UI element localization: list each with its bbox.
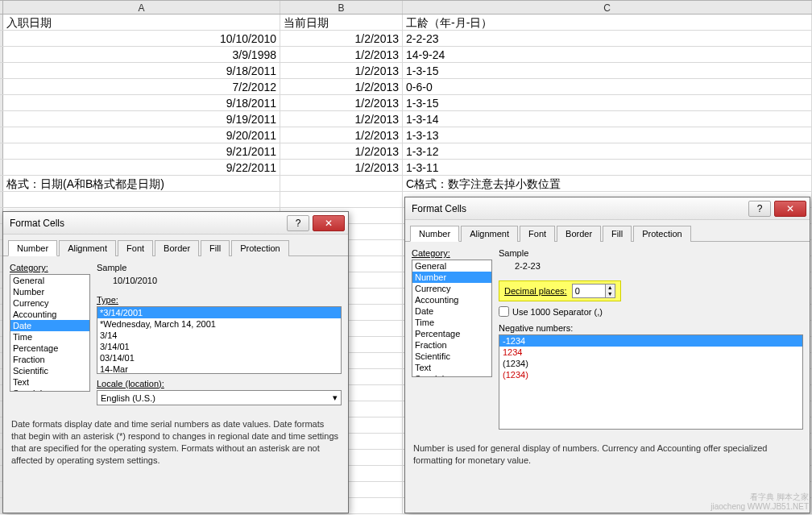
type-list[interactable]: *3/14/2001*Wednesday, March 14, 20013/14… (97, 306, 342, 374)
type-item[interactable]: 14-Mar (97, 363, 341, 374)
cell[interactable]: 10/10/2010 (3, 31, 280, 46)
category-item[interactable]: Scientific (412, 351, 491, 362)
cell[interactable]: 1/2/2013 (280, 111, 403, 127)
category-item[interactable]: Text (10, 376, 89, 388)
type-label: Type: (97, 295, 342, 305)
cell[interactable]: 7/2/2012 (3, 79, 280, 94)
category-item[interactable]: Time (412, 317, 491, 328)
decimal-places-spinner[interactable]: ▲ ▼ (572, 284, 615, 298)
decimal-places-row: Decimal places: ▲ ▼ (499, 280, 621, 301)
category-item[interactable]: Scientific (10, 365, 89, 376)
cell[interactable]: 1/2/2013 (280, 95, 403, 110)
cell[interactable]: 9/20/2011 (3, 127, 280, 143)
spin-up-icon[interactable]: ▲ (606, 284, 615, 291)
tab-font[interactable]: Font (520, 226, 555, 242)
tab-alignment[interactable]: Alignment (461, 226, 518, 242)
type-item[interactable]: 3/14 (97, 330, 341, 341)
cell[interactable]: 1-3-15 (403, 63, 812, 78)
type-item[interactable]: 03/14/01 (97, 352, 341, 363)
category-item[interactable]: Currency (412, 283, 491, 294)
category-item[interactable]: Fraction (10, 354, 89, 365)
category-item[interactable]: Text (412, 362, 491, 373)
category-item[interactable]: Number (10, 286, 89, 297)
tab-border[interactable]: Border (155, 240, 199, 256)
cell[interactable]: 1/2/2013 (280, 31, 403, 46)
locale-select[interactable]: English (U.S.) ▾ (97, 390, 342, 405)
type-item[interactable]: 3/14/01 (97, 341, 341, 352)
tab-font[interactable]: Font (118, 240, 153, 256)
close-button[interactable]: ✕ (774, 201, 806, 217)
cell[interactable]: 9/19/2011 (3, 111, 280, 127)
category-list[interactable]: GeneralNumberCurrencyAccountingDateTimeP… (10, 274, 90, 392)
cell[interactable]: C格式：数字注意去掉小数位置 (403, 176, 812, 191)
cell[interactable]: 1/2/2013 (280, 127, 403, 143)
titlebar[interactable]: Format Cells ? ✕ (405, 197, 810, 220)
category-item[interactable]: Accounting (412, 294, 491, 305)
negative-item[interactable]: -1234 (499, 335, 802, 347)
cell[interactable]: 9/22/2011 (3, 160, 280, 175)
negative-numbers-list[interactable]: -12341234(1234)(1234) (499, 334, 803, 430)
cell[interactable]: 当前日期 (280, 15, 403, 30)
cell[interactable]: 工龄（年-月-日） (403, 15, 812, 30)
category-item[interactable]: Date (412, 305, 491, 317)
thousand-separator-checkbox[interactable] (499, 306, 509, 317)
cell[interactable]: 1-3-13 (403, 127, 812, 143)
cell[interactable]: 1/2/2013 (280, 79, 403, 94)
category-item[interactable]: Percentage (10, 343, 89, 354)
category-item[interactable]: Time (10, 331, 89, 343)
category-item[interactable]: Date (10, 320, 89, 331)
cell[interactable]: 1-3-11 (403, 160, 812, 175)
cell[interactable]: 9/18/2011 (3, 95, 280, 110)
category-item[interactable]: Percentage (412, 328, 491, 339)
tab-protection[interactable]: Protection (231, 240, 289, 256)
category-label: Category: (412, 248, 492, 258)
col-header-C[interactable]: C (403, 1, 812, 14)
negative-item[interactable]: 1234 (499, 347, 802, 358)
cell[interactable]: 1-3-15 (403, 95, 812, 110)
help-button[interactable]: ? (287, 215, 309, 231)
close-button[interactable]: ✕ (313, 215, 345, 231)
tab-fill[interactable]: Fill (603, 226, 632, 242)
cell[interactable]: 1/2/2013 (280, 143, 403, 159)
spin-down-icon[interactable]: ▼ (606, 291, 615, 297)
cell[interactable]: 9/18/2011 (3, 63, 280, 78)
cell[interactable]: 0-6-0 (403, 79, 812, 94)
cell[interactable]: 1-3-12 (403, 143, 812, 159)
col-header-B[interactable]: B (280, 1, 403, 14)
category-item[interactable]: Number (412, 272, 491, 283)
negative-item[interactable]: (1234) (499, 358, 802, 369)
cell[interactable] (280, 176, 403, 191)
tab-protection[interactable]: Protection (633, 226, 691, 242)
category-item[interactable]: General (412, 260, 491, 272)
cell[interactable]: 3/9/1998 (3, 47, 280, 62)
negative-item[interactable]: (1234) (499, 369, 802, 380)
cell[interactable]: 9/21/2011 (3, 143, 280, 159)
tab-fill[interactable]: Fill (201, 240, 230, 256)
cell[interactable]: 格式：日期(A和B格式都是日期) (3, 176, 280, 191)
category-item[interactable]: Accounting (10, 309, 89, 320)
cell[interactable]: 14-9-24 (403, 47, 812, 62)
decimal-places-input[interactable] (573, 285, 605, 297)
tab-number[interactable]: Number (410, 226, 459, 242)
cell[interactable]: 1/2/2013 (280, 47, 403, 62)
type-item[interactable]: *Wednesday, March 14, 2001 (97, 318, 341, 330)
category-item[interactable]: Fraction (412, 339, 491, 351)
category-item[interactable]: Special (10, 388, 89, 392)
cell[interactable]: 1/2/2013 (280, 63, 403, 78)
type-item[interactable]: *3/14/2001 (97, 307, 341, 318)
cell[interactable]: 1/2/2013 (280, 160, 403, 175)
category-item[interactable]: Special (412, 373, 491, 377)
tab-number[interactable]: Number (8, 240, 57, 256)
sample-value: 2-2-23 (499, 258, 803, 274)
cell[interactable]: 入职日期 (3, 15, 280, 30)
cell[interactable]: 1-3-14 (403, 111, 812, 127)
category-item[interactable]: Currency (10, 297, 89, 309)
tab-alignment[interactable]: Alignment (59, 240, 116, 256)
category-list[interactable]: GeneralNumberCurrencyAccountingDateTimeP… (412, 260, 492, 377)
titlebar[interactable]: Format Cells ? ✕ (3, 212, 348, 235)
category-item[interactable]: General (10, 275, 89, 286)
col-header-A[interactable]: A (3, 1, 280, 14)
tab-border[interactable]: Border (557, 226, 601, 242)
cell[interactable]: 2-2-23 (403, 31, 812, 46)
help-button[interactable]: ? (748, 201, 771, 217)
